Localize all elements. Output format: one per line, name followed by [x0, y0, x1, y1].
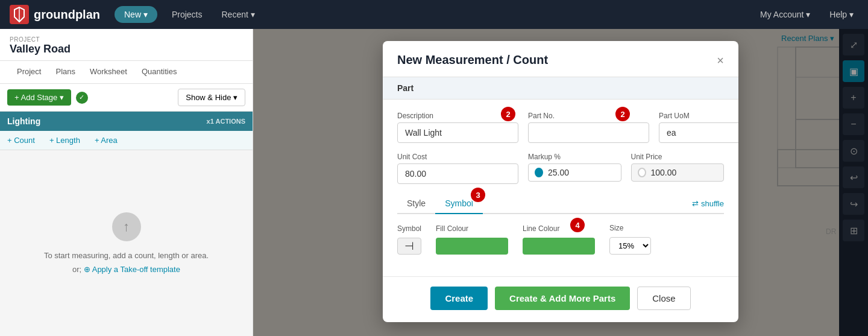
modal-footer: Create Create & Add More Parts Close: [383, 276, 738, 322]
logo: groundplan: [10, 5, 100, 24]
tab-plans[interactable]: Plans: [48, 61, 83, 83]
logo-text-light: ground: [34, 8, 75, 21]
lighting-title: Lighting: [7, 116, 40, 126]
modal-section-header: Part: [383, 77, 738, 100]
unit-price-radio[interactable]: [638, 168, 646, 177]
size-header: Size: [609, 224, 623, 232]
check-icon: ✓: [76, 92, 88, 104]
size-col: Size 15% 20% 25% 30%: [609, 224, 651, 255]
help-link[interactable]: Help ▾: [825, 7, 858, 22]
project-header: PROJECT Valley Road: [0, 29, 253, 61]
part-no-input[interactable]: [528, 122, 649, 143]
line-colour-header: Line Colour: [523, 224, 559, 233]
tab-quantities[interactable]: Quantities: [134, 61, 184, 83]
part-uom-label: Part UoM: [659, 112, 738, 120]
tab-style[interactable]: Style: [397, 194, 435, 214]
upload-or: or; ⊕ Apply a Take-off template: [72, 265, 180, 274]
lighting-actions: x1 ACTIONS: [207, 118, 245, 125]
project-tabs: Project Plans Worksheet Quantities: [0, 61, 253, 84]
count-button[interactable]: + Count: [7, 136, 35, 145]
canvas-area: DR Recent Plans ▾ ⤢ ▣ + − ⊙ ↩ ↪ ⊞ New Me…: [253, 29, 868, 336]
measurement-modal: New Measurement / Count × Part Descripti…: [383, 41, 738, 322]
upload-icon: ↑: [112, 212, 141, 241]
length-button[interactable]: + Length: [49, 136, 80, 145]
main-area: PROJECT Valley Road Project Plans Worksh…: [0, 29, 868, 336]
part-uom-group: Part UoM: [659, 112, 738, 143]
tab-worksheet[interactable]: Worksheet: [83, 61, 134, 83]
modal-body: Description Part No. Part UoM 2: [383, 100, 738, 276]
line-colour-picker[interactable]: [523, 238, 595, 255]
upload-message: To start measuring, add a count, length …: [44, 251, 209, 260]
markup-label: Markup %: [528, 153, 621, 161]
lighting-section: Lighting x1 ACTIONS: [0, 112, 253, 131]
symbol-color-container: 4 Symbol ⊣ Fill Colour: [397, 224, 724, 255]
form-row-1: Description Part No. Part UoM 2: [397, 112, 724, 143]
close-modal-button[interactable]: Close: [637, 287, 690, 310]
new-button[interactable]: New ▾: [115, 6, 157, 23]
modal-header: New Measurement / Count ×: [383, 41, 738, 77]
part-no-group: Part No.: [528, 112, 649, 143]
area-button[interactable]: + Area: [95, 136, 118, 145]
form-row-2: Unit Cost Markup % Unit Price: [397, 153, 724, 184]
style-symbol-tabs: Style Symbol ⇄ shuffle: [397, 194, 724, 214]
count-row: + Count + Length + Area: [0, 131, 253, 150]
description-label: Description: [397, 112, 518, 120]
fill-colour-col: Fill Colour: [436, 224, 508, 255]
shuffle-button[interactable]: ⇄ shuffle: [692, 194, 724, 213]
modal-overlay: New Measurement / Count × Part Descripti…: [253, 29, 868, 336]
project-name: Valley Road: [10, 43, 243, 55]
modal-title: New Measurement / Count: [397, 53, 548, 67]
markup-group: Markup %: [528, 153, 621, 184]
symbol-header: Symbol: [397, 224, 421, 233]
recent-link[interactable]: Recent ▾: [216, 7, 259, 22]
my-account-link[interactable]: My Account ▾: [755, 7, 815, 22]
description-group: Description: [397, 112, 518, 143]
left-panel: PROJECT Valley Road Project Plans Worksh…: [0, 29, 253, 336]
unit-price-group: Unit Price: [631, 153, 725, 184]
modal-close-button[interactable]: ×: [717, 54, 724, 66]
unit-price-label: Unit Price: [631, 153, 725, 161]
show-hide-button[interactable]: Show & Hide ▾: [178, 89, 245, 106]
logo-text-bold: plan: [75, 8, 100, 21]
part-uom-input[interactable]: [659, 122, 738, 143]
markup-input[interactable]: [548, 168, 615, 177]
line-colour-col: Line Colour: [523, 224, 595, 255]
markup-radio[interactable]: [535, 168, 543, 177]
stage-toolbar: + Add Stage ▾ ✓ Show & Hide ▾: [0, 84, 253, 112]
fill-colour-header: Fill Colour: [436, 224, 468, 233]
symbol-preview[interactable]: ⊣: [397, 238, 421, 255]
unit-cost-input[interactable]: [397, 163, 518, 184]
template-link[interactable]: ⊕ Apply a Take-off template: [84, 265, 180, 274]
part-no-label: Part No.: [528, 112, 649, 120]
unit-price-input[interactable]: [651, 168, 718, 177]
add-stage-button[interactable]: + Add Stage ▾: [7, 89, 71, 106]
create-button[interactable]: Create: [430, 287, 488, 310]
unit-cost-label: Unit Cost: [397, 153, 518, 161]
size-select[interactable]: 15% 20% 25% 30%: [609, 237, 651, 255]
unit-cost-group: Unit Cost: [397, 153, 518, 184]
tab-symbol[interactable]: Symbol: [435, 194, 483, 214]
description-input[interactable]: [397, 122, 518, 143]
create-more-button[interactable]: Create & Add More Parts: [495, 287, 630, 310]
tabs-container: 3 Style Symbol ⇄ shuffle: [397, 194, 724, 214]
symbol-col: Symbol ⊣: [397, 224, 421, 255]
fill-colour-picker[interactable]: [436, 238, 508, 255]
projects-link[interactable]: Projects: [167, 7, 207, 22]
upload-area: ↑ To start measuring, add a count, lengt…: [0, 150, 253, 336]
top-nav: groundplan New ▾ Projects Recent ▾ My Ac…: [0, 0, 868, 29]
tab-project[interactable]: Project: [10, 61, 48, 83]
symbol-row: Symbol ⊣ Fill Colour Line Colour: [397, 224, 724, 255]
project-label: PROJECT: [10, 36, 243, 43]
